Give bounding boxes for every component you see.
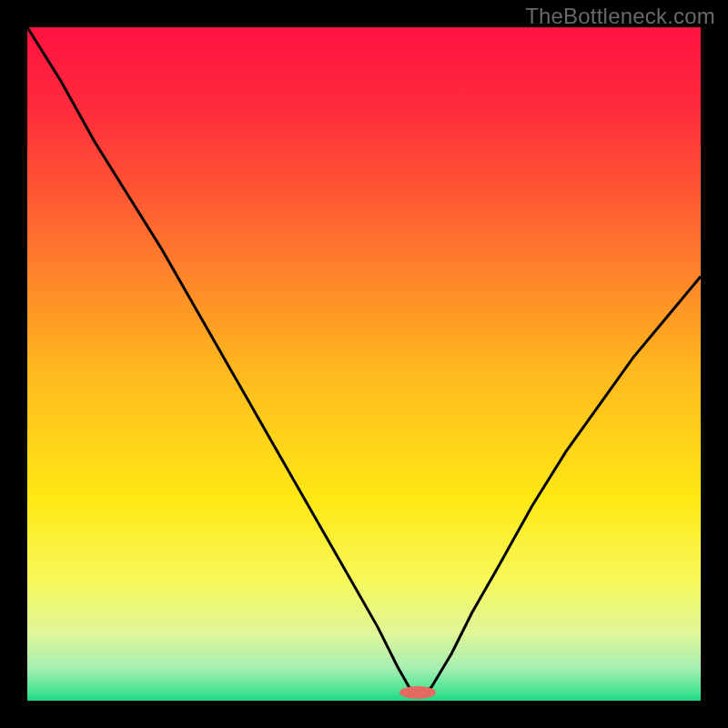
bottleneck-chart — [27, 27, 701, 701]
watermark-text: TheBottleneck.com — [525, 4, 715, 29]
optimal-marker — [399, 686, 436, 699]
chart-frame: TheBottleneck.com — [0, 0, 728, 728]
gradient-background — [27, 27, 701, 701]
